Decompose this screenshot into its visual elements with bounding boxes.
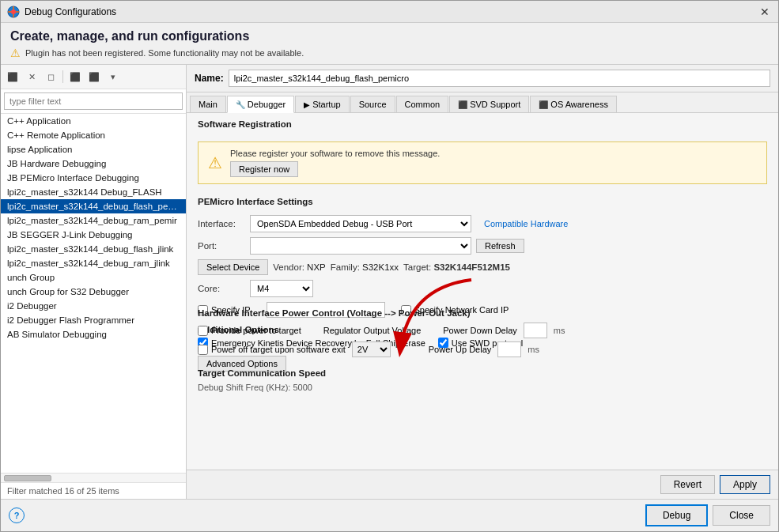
family-label: Family: S32K1xx [331,262,399,272]
core-label: Core: [198,284,245,293]
voltage-select[interactable]: 2V 3.3V 5V [352,341,391,357]
toolbar-export-button[interactable]: ⬛ [66,68,84,85]
search-input[interactable] [4,92,183,110]
tab-startup[interactable]: ▶ Startup [295,96,349,112]
interface-select[interactable]: OpenSDA Embedded Debug - USB Port [250,215,471,232]
sidebar-hscrollbar-thumb [4,475,51,481]
tab-common[interactable]: Common [396,96,449,112]
tab-os[interactable]: ⬛ OS Awareness [530,96,617,112]
tab-startup-label: Startup [312,100,340,109]
sidebar-item-unch[interactable]: unch Group [1,270,186,285]
vendor-label: Vendor: NXP [273,262,326,272]
registration-box: ⚠ Please register your software to remov… [198,141,767,184]
sidebar-item-cpp-app[interactable]: C++ Application [1,114,186,128]
toolbar-new-button[interactable]: ⬛ [4,68,21,85]
provide-power-label: Provide power to target [211,326,301,335]
power-off-item[interactable]: Power off target upon software exit [198,345,346,355]
sidebar-item-lpi2c-ram[interactable]: lpi2c_master_s32k144_debug_ram_pemir [1,213,186,228]
pemicro-title: PEMicro Interface Settings [198,197,767,206]
toolbar-separator [62,70,63,83]
header-title: Create, manage, and run configurations [10,29,769,43]
sidebar-hscrollbar [1,473,186,482]
registration-title: Software Registration [198,119,767,129]
toolbar-more-button[interactable]: ▾ [104,68,122,85]
refresh-button[interactable]: Refresh [476,239,524,253]
registration-section: Software Registration [187,113,778,135]
power-off-label: Power off target upon software exit [211,345,346,354]
close-window-button[interactable]: ✕ [758,5,772,19]
search-box [1,89,186,114]
name-bar: Name: [187,65,778,92]
title-bar-text: Debug Configurations [25,6,116,17]
title-bar-left: Debug Configurations [7,6,116,18]
action-bar: Revert Apply [187,470,778,499]
debugger-tab-icon: 🔧 [236,100,245,109]
debug-button[interactable]: Debug [645,504,708,526]
tab-debugger-label: Debugger [248,100,286,109]
right-panel: Name: Main 🔧 Debugger ▶ Startup [187,65,778,499]
debug-shift-row: Debug Shift Freq (KHz): 5000 [198,381,767,394]
toolbar-duplicate-button[interactable]: ◻ [42,68,59,85]
sidebar-item-lpi2c-debug-selected[interactable]: lpi2c_master_s32k144_debug_flash_pemic [1,199,186,213]
sidebar-item-lpi2c-ram-jlink[interactable]: lpi2c_master_s32k144_debug_ram_jlink [1,256,186,270]
vendor-value: NXP [307,262,326,272]
svg-point-1 [11,9,16,14]
sidebar-item-lpi2c-flash[interactable]: lpi2c_master_s32k144 Debug_FLASH [1,185,186,199]
port-row: Port: Refresh [187,235,778,257]
target-comm-section: Target Communication Speed Debug Shift F… [187,364,778,398]
sidebar-item-ab-sim[interactable]: AB Simulator Debugging [1,327,186,341]
target-comm-title: Target Communication Speed [198,368,767,378]
tab-source[interactable]: Source [350,96,395,112]
core-select[interactable]: M4 M0+ [250,280,313,297]
pemicro-section: PEMicro Interface Settings [187,191,778,213]
family-value: S32K1xx [362,262,399,272]
debug-shift-value: 5000 [293,383,312,392]
header-warning: ⚠ Plugin has not been registered. Some f… [10,47,769,59]
select-device-row: Select Device Vendor: NXP Family: S32K1x… [187,257,778,277]
tab-debugger[interactable]: 🔧 Debugger [227,96,294,113]
power-off-checkbox[interactable] [198,345,208,355]
warning-icon: ⚠ [10,47,21,59]
sidebar-item-jb-hw[interactable]: JB Hardware Debugging [1,157,186,171]
reg-message: Please register your software to remove … [230,149,440,158]
title-bar: Debug Configurations ✕ [1,1,778,23]
tab-source-label: Source [359,100,387,109]
tab-main[interactable]: Main [190,96,226,112]
port-select[interactable] [250,237,471,255]
sidebar-item-jb-pemicro[interactable]: JB PEMicro Interface Debugging [1,171,186,185]
sidebar-item-lpi2c-jlink[interactable]: lpi2c_master_s32k144_debug_flash_jlink [1,242,186,256]
sidebar-item-lipse[interactable]: lipse Application [1,142,186,157]
compatible-hw-link[interactable]: Compatible Hardware [484,219,568,228]
select-device-button[interactable]: Select Device [198,259,268,275]
sidebar-item-jb-segger[interactable]: JB SEGGER J-Link Debugging [1,228,186,242]
power-down-input[interactable] [524,323,547,338]
toolbar-import-button[interactable]: ⬛ [85,68,103,85]
app-icon [7,6,20,18]
register-now-button[interactable]: Register now [230,161,298,177]
power-up-ms: ms [528,345,539,354]
warning-text: Plugin has not been registered. Some fun… [25,48,304,58]
sidebar-item-i2-flash[interactable]: i2 Debugger Flash Programmer [1,313,186,327]
tab-common-label: Common [405,100,441,109]
provide-power-item[interactable]: Provide power to target [198,326,301,336]
regulator-label: Regulator Output Voltage [323,326,422,335]
header-area: Create, manage, and run configurations ⚠… [1,23,778,65]
provide-power-checkbox[interactable] [198,326,208,336]
name-input[interactable] [229,70,770,87]
os-tab-icon: ⬛ [539,100,548,109]
power-up-input[interactable] [497,341,521,357]
sidebar-item-unch-s32[interactable]: unch Group for S32 Debugger [1,285,186,299]
interface-label: Interface: [198,219,245,228]
close-button[interactable]: Close [713,505,770,526]
tab-os-label: OS Awareness [550,100,608,109]
apply-button[interactable]: Apply [720,475,770,494]
revert-button[interactable]: Revert [660,475,715,494]
tab-svd[interactable]: ⬛ SVD Support [449,96,529,112]
startup-tab-icon: ▶ [304,100,310,109]
sidebar-item-i2-debugger[interactable]: i2 Debugger [1,299,186,313]
sidebar-item-cpp-remote[interactable]: C++ Remote Application [1,128,186,142]
port-label: Port: [198,241,245,251]
help-button[interactable]: ? [9,507,25,523]
tab-main-label: Main [199,100,217,109]
toolbar-delete-button[interactable]: ✕ [23,68,40,85]
